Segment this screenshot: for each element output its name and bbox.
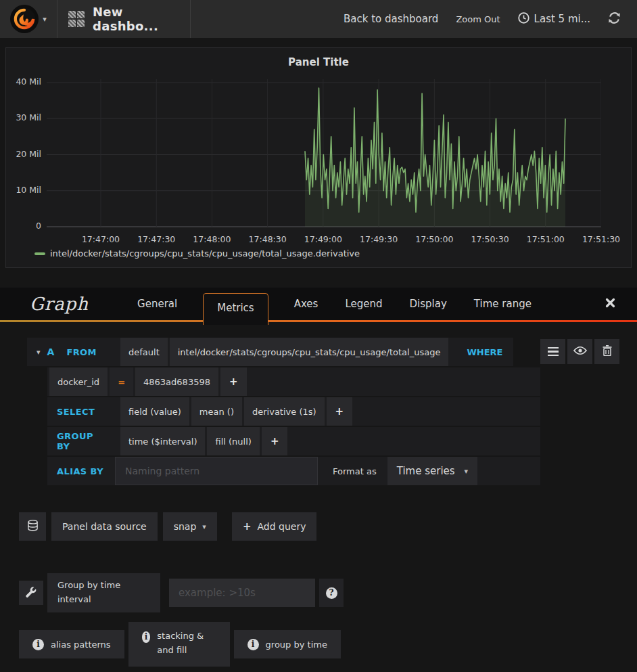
tab-axes[interactable]: Axes xyxy=(293,292,320,315)
select-keyword: SELECT xyxy=(57,407,95,417)
alias-pattern-input[interactable] xyxy=(115,457,318,485)
datasource-row: Panel data source snap ▾ + Add query xyxy=(19,512,637,541)
select-row-strip: SELECT field (value) mean () derivative … xyxy=(47,397,540,426)
alias-patterns-help-button[interactable]: i alias patterns xyxy=(19,630,124,658)
legend-series-label[interactable]: intel/docker/stats/cgroups/cpu_stats/cpu… xyxy=(50,248,360,259)
y-axis-tick: 0 xyxy=(6,221,41,231)
spacer xyxy=(115,338,120,366)
query-row-a-strip: ▾ A FROM default intel/docker/stats/cgro… xyxy=(27,338,513,366)
toggle-query-visibility-button[interactable] xyxy=(567,339,592,364)
format-as-value: Time series xyxy=(397,465,455,477)
select-mean-segment[interactable]: mean () xyxy=(191,397,242,426)
dashboard-title: New dashbo... xyxy=(93,5,179,33)
plus-icon: + xyxy=(243,520,252,533)
time-picker-button[interactable]: Last 5 mi... xyxy=(518,12,590,26)
close-icon xyxy=(605,300,615,310)
menu-icon xyxy=(548,347,559,357)
time-range-label: Last 5 mi... xyxy=(534,13,590,25)
caret-down-icon: ▾ xyxy=(202,522,206,531)
group-by-keyword: GROUP BY xyxy=(57,431,105,451)
spacer xyxy=(450,338,456,366)
tab-time-range[interactable]: Time range xyxy=(473,292,533,315)
add-select-part-button[interactable]: + xyxy=(327,397,353,426)
refresh-icon xyxy=(608,12,621,26)
wrench-icon xyxy=(26,587,37,600)
query-row-a: ▾ A FROM default intel/docker/stats/cgro… xyxy=(27,338,619,366)
x-axis-tick: 17:51:00 xyxy=(517,234,574,244)
tab-general[interactable]: General xyxy=(136,292,179,315)
format-as-dropdown[interactable]: Time series ▾ xyxy=(387,457,477,485)
clock-icon xyxy=(518,12,529,26)
metrics-options-row: Group by time interval ? xyxy=(19,573,637,612)
grafana-menu-button[interactable]: ▾ xyxy=(0,0,57,38)
tab-legend[interactable]: Legend xyxy=(344,292,383,315)
query-menu-button[interactable] xyxy=(540,339,565,364)
group-by-time-segment[interactable]: time ($interval) xyxy=(120,427,205,455)
info-circle-icon: i xyxy=(142,631,151,643)
spacer xyxy=(115,397,120,426)
editor-body: ▾ A FROM default intel/docker/stats/cgro… xyxy=(0,322,637,672)
dashboard-title-button[interactable]: New dashbo... xyxy=(57,0,191,38)
legend-color-swatch[interactable] xyxy=(34,252,45,255)
options-toggle-button[interactable] xyxy=(19,581,43,605)
close-editor-button[interactable] xyxy=(605,298,615,310)
refresh-button[interactable] xyxy=(608,12,621,26)
datasource-value: snap xyxy=(174,521,197,532)
group-by-keyword-cell: GROUP BY xyxy=(47,427,115,455)
top-nav-left: ▾ New dashbo... xyxy=(0,0,191,38)
add-query-button[interactable]: + Add query xyxy=(232,512,317,541)
where-tag-value-segment[interactable]: 4863ad683598 xyxy=(135,367,218,396)
trash-icon xyxy=(603,345,612,358)
add-query-label: Add query xyxy=(257,521,306,532)
x-axis-tick: 17:51:30 xyxy=(573,234,630,244)
zoom-out-button[interactable]: Zoom Out xyxy=(456,14,500,24)
group-by-time-help-button[interactable]: i group by time xyxy=(234,630,341,658)
tab-display[interactable]: Display xyxy=(408,292,448,315)
where-row-strip: docker_id = 4863ad683598 + xyxy=(47,367,540,396)
panel-title[interactable]: Panel Title xyxy=(6,48,631,68)
x-axis-tick: 17:48:30 xyxy=(239,234,296,244)
datasource-select[interactable]: snap ▾ xyxy=(163,512,217,541)
x-axis-tick: 17:50:00 xyxy=(406,234,463,244)
help-button-label: group by time xyxy=(266,640,327,650)
back-to-dashboard-button[interactable]: Back to dashboard xyxy=(344,13,438,25)
retention-policy-segment[interactable]: default xyxy=(120,338,168,366)
help-button-label: alias patterns xyxy=(51,640,111,650)
query-letter: A xyxy=(47,346,55,357)
x-axis-tick: 17:47:00 xyxy=(72,234,129,244)
group-by-time-interval-input[interactable] xyxy=(169,579,315,607)
where-operator-segment[interactable]: = xyxy=(110,367,133,396)
where-tag-key-segment[interactable]: docker_id xyxy=(49,367,108,396)
y-axis-tick: 20 Mil xyxy=(6,149,41,159)
datasource-button[interactable] xyxy=(19,512,46,541)
x-axis-tick: 17:49:30 xyxy=(350,234,407,244)
tab-metrics[interactable]: Metrics xyxy=(203,293,268,325)
x-axis-tick: 17:48:00 xyxy=(183,234,240,244)
top-nav: ▾ New dashbo... Back to dashboard Zoom O… xyxy=(0,0,637,38)
select-derivative-segment[interactable]: derivative (1s) xyxy=(244,397,325,426)
delete-query-button[interactable] xyxy=(594,339,619,364)
where-keyword-button[interactable]: WHERE xyxy=(456,338,513,366)
dashboard-grid-icon xyxy=(68,11,85,27)
x-axis-tick: 17:50:30 xyxy=(462,234,519,244)
select-field-segment[interactable]: field (value) xyxy=(120,397,189,426)
legend: intel/docker/stats/cgroups/cpu_stats/cpu… xyxy=(34,248,360,259)
spacer xyxy=(115,427,120,455)
y-axis-tick: 10 Mil xyxy=(6,185,41,195)
question-circle-icon: ? xyxy=(326,587,337,599)
measurement-segment[interactable]: intel/docker/stats/cgroups/cpu_stats/cpu… xyxy=(170,338,449,366)
help-button-label: stacking & and fill xyxy=(157,629,216,658)
info-circle-icon: i xyxy=(247,639,259,650)
x-axis-tick: 17:47:30 xyxy=(128,234,185,244)
stacking-fill-help-button[interactable]: i stacking & and fill xyxy=(128,622,230,667)
add-group-by-button[interactable]: + xyxy=(262,427,288,455)
query-toggle-cell[interactable]: ▾ A FROM xyxy=(27,338,115,366)
top-nav-right: Back to dashboard Zoom Out Last 5 mi... xyxy=(344,0,637,38)
caret-down-icon: ▾ xyxy=(465,467,469,476)
database-icon xyxy=(27,520,39,533)
grafana-logo-icon xyxy=(10,5,39,33)
group-by-fill-segment[interactable]: fill (null) xyxy=(207,427,259,455)
add-condition-button[interactable]: + xyxy=(220,367,247,396)
interval-help-button[interactable]: ? xyxy=(319,579,344,607)
chart-svg[interactable] xyxy=(47,76,601,233)
